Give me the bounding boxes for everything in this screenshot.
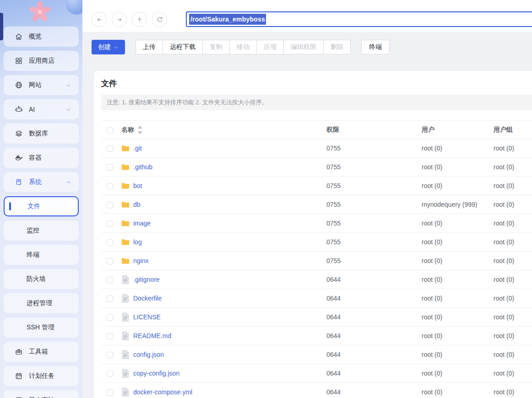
sidebar-item-system[interactable]: 系统	[4, 172, 79, 192]
group-cell: root (0)	[494, 139, 532, 158]
calendar-icon	[15, 372, 23, 380]
sidebar: 概览应用商店网站AI数据库容器系统文件监控终端防火墙进程管理SSH 管理工具箱计…	[0, 0, 82, 398]
remote-download-button[interactable]: 远程下载	[163, 40, 203, 54]
file-name-link[interactable]: nginx	[133, 257, 148, 264]
terminal-button[interactable]: 终端	[361, 40, 390, 54]
sidebar-item-toolbox[interactable]: 工具箱	[4, 342, 79, 362]
sort-caret-icon[interactable]	[136, 126, 144, 134]
user-cell: root (0)	[422, 270, 494, 289]
perm-cell: 0644	[326, 364, 422, 383]
sidebar-item-cron[interactable]: 计划任务	[4, 366, 79, 386]
row-checkbox[interactable]	[107, 296, 113, 302]
group-cell: root (0)	[494, 214, 532, 233]
group-cell: root (0)	[494, 289, 532, 308]
file-name-link[interactable]: Dockerfile	[133, 295, 162, 302]
row-checkbox[interactable]	[107, 258, 113, 264]
sidebar-item-website[interactable]: 网站	[4, 75, 79, 95]
sidebar-item-database[interactable]: 数据库	[4, 124, 79, 144]
sidebar-item-label: 防火墙	[27, 275, 46, 283]
table-row: nginx0755root (0)root (0)	[101, 252, 532, 270]
select-all-checkbox[interactable]	[107, 127, 113, 134]
sidebar-item-label: 文件	[27, 202, 40, 210]
sidebar-item-log-audit[interactable]: 日志审计	[4, 390, 79, 398]
sidebar-item-monitor[interactable]: 监控	[4, 221, 79, 241]
row-checkbox[interactable]	[107, 239, 113, 246]
user-cell: root (0)	[422, 289, 494, 308]
page-title: 文件	[101, 78, 532, 89]
file-icon	[121, 350, 130, 359]
table-row: bot0755root (0)root (0)	[101, 177, 532, 195]
user-cell: root (0)	[422, 214, 494, 233]
perm-cell: 0755	[326, 233, 422, 252]
file-name-link[interactable]: db	[133, 201, 141, 208]
create-button[interactable]: 创建	[92, 40, 125, 54]
file-name-link[interactable]: .git	[133, 145, 142, 152]
sidebar-item-ssh[interactable]: SSH 管理	[4, 317, 79, 338]
row-checkbox[interactable]	[107, 389, 113, 396]
sidebar-item-ai[interactable]: AI	[4, 99, 79, 119]
group-cell: root (0)	[494, 233, 532, 252]
robot-icon	[15, 105, 23, 113]
nav-back-button[interactable]	[92, 12, 107, 27]
path-nav-buttons	[92, 12, 167, 27]
file-name-link[interactable]: .github	[133, 163, 152, 171]
sidebar-item-files[interactable]: 文件	[4, 196, 79, 216]
file-name-link[interactable]: docker-compose.yml	[133, 388, 192, 396]
path-input[interactable]: /root/Sakura_embyboss	[186, 11, 532, 27]
action-toolbar: 创建 上传远程下载复制移动压缩编辑权限删除 终端	[92, 40, 532, 54]
row-checkbox[interactable]	[107, 202, 113, 208]
group-cell: root (0)	[494, 270, 532, 289]
sidebar-scrollbar-thumb[interactable]	[0, 13, 3, 40]
row-checkbox[interactable]	[107, 352, 113, 358]
file-name-link[interactable]: .gitignore	[133, 276, 160, 283]
upload-button[interactable]: 上传	[136, 40, 163, 54]
file-name-link[interactable]: log	[133, 238, 142, 246]
file-name-link[interactable]: copy-config.json	[133, 370, 179, 377]
row-checkbox[interactable]	[107, 371, 113, 377]
row-checkbox[interactable]	[107, 145, 113, 152]
chevron-down-icon	[65, 82, 71, 88]
arrow-left-icon	[96, 16, 103, 23]
perm-cell: 0755	[326, 195, 422, 214]
file-table: 名称权限用户用户组 .git0755root (0)root (0).githu…	[101, 120, 532, 398]
sidebar-item-firewall[interactable]: 防火墙	[4, 269, 79, 289]
user-cell: root (0)	[422, 252, 494, 270]
sidebar-item-label: SSH 管理	[27, 323, 54, 332]
globe-icon	[15, 81, 23, 89]
file-name-link[interactable]: bot	[133, 182, 142, 189]
perm-cell: 0755	[326, 252, 422, 270]
user-cell: root (0)	[422, 308, 494, 327]
sakura-logo-icon	[28, 0, 51, 23]
file-name-link[interactable]: image	[133, 220, 151, 227]
sidebar-item-label: 概览	[29, 32, 42, 41]
layers-icon	[15, 129, 23, 138]
table-row: image0755root (0)root (0)	[101, 214, 532, 233]
perm-cell: 0755	[326, 214, 422, 233]
perm-cell: 0755	[326, 177, 422, 195]
sidebar-menu: 概览应用商店网站AI数据库容器系统文件监控终端防火墙进程管理SSH 管理工具箱计…	[4, 27, 79, 398]
table-row: db0755mynodequery (999)root (0)	[101, 195, 532, 214]
sidebar-item-app-store[interactable]: 应用商店	[4, 51, 79, 71]
row-checkbox[interactable]	[107, 314, 113, 321]
sidebar-item-label: 应用商店	[29, 57, 54, 65]
nav-refresh-button[interactable]	[152, 12, 167, 27]
nav-up-button[interactable]	[132, 12, 147, 27]
sidebar-item-overview[interactable]: 概览	[4, 27, 79, 47]
row-checkbox[interactable]	[107, 164, 113, 171]
sidebar-item-process[interactable]: 进程管理	[4, 293, 79, 313]
file-name-link[interactable]: LICENSE	[133, 313, 161, 321]
row-checkbox[interactable]	[107, 221, 113, 227]
sidebar-item-container[interactable]: 容器	[4, 148, 79, 168]
file-action-group: 上传远程下载复制移动压缩编辑权限删除	[136, 40, 351, 54]
row-checkbox[interactable]	[107, 333, 113, 339]
row-checkbox[interactable]	[107, 183, 113, 189]
nav-forward-button[interactable]	[112, 12, 127, 27]
file-name-link[interactable]: config.json	[133, 351, 164, 358]
file-name-link[interactable]: README.md	[133, 332, 171, 339]
perm-cell: 0644	[326, 289, 422, 308]
document-icon	[15, 396, 23, 398]
sidebar-item-terminal[interactable]: 终端	[4, 245, 79, 265]
row-checkbox[interactable]	[107, 277, 113, 283]
sidebar-item-label: 进程管理	[27, 299, 52, 307]
arrow-right-icon	[116, 16, 123, 23]
